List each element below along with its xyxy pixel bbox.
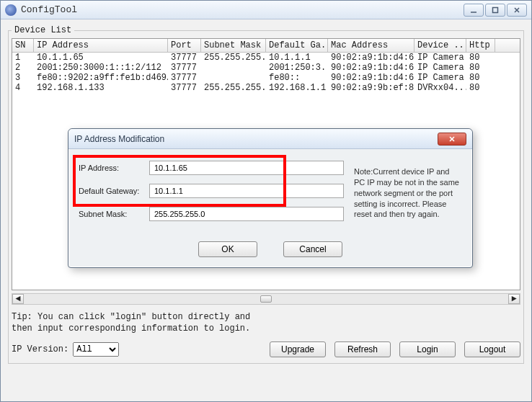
subnet-mask-label: Subnet Mask: — [79, 210, 145, 218]
modal-note: Note:Current device IP and PC IP may be … — [354, 161, 462, 230]
modal-title: IP Address Modification — [74, 134, 164, 144]
cell-sn: 3 — [12, 73, 34, 83]
cell-ip: 10.1.1.65 — [34, 53, 168, 63]
window-controls — [464, 4, 527, 17]
th-port[interactable]: Port — [168, 39, 201, 52]
modal-body: IP Address: Default Gateway: Subnet Mask… — [68, 149, 472, 237]
app-icon — [5, 4, 17, 16]
logout-button[interactable]: Logout — [464, 341, 520, 357]
th-http[interactable]: Http — [466, 39, 495, 52]
scroll-left-icon[interactable]: ◄ — [12, 294, 24, 304]
titlebar[interactable]: ConfigTool — [1, 1, 531, 19]
cell-http: 80 — [466, 53, 495, 63]
th-mask[interactable]: Subnet Mask — [201, 39, 266, 52]
th-mac[interactable]: Mac Address — [328, 39, 414, 52]
login-button[interactable]: Login — [399, 341, 456, 357]
minimize-button[interactable] — [464, 4, 484, 17]
cell-sn: 4 — [12, 83, 34, 93]
table-body: 110.1.1.6537777255.255.255.010.1.1.190:0… — [12, 53, 520, 93]
scroll-thumb[interactable] — [260, 295, 272, 303]
tip-text: Tip: You can click "login" button direct… — [12, 312, 520, 334]
th-sn[interactable]: SN — [12, 39, 34, 52]
ip-address-row: IP Address: — [79, 161, 344, 175]
ip-version-label: IP Version: — [12, 344, 68, 354]
default-gateway-row: Default Gateway: — [79, 184, 344, 198]
modal-button-row: OK Cancel — [68, 237, 472, 267]
th-ip[interactable]: IP Address — [34, 39, 168, 52]
subnet-mask-row: Subnet Mask: — [79, 207, 344, 221]
cell-mask — [201, 63, 266, 73]
ip-address-input[interactable] — [149, 161, 344, 175]
table-row[interactable]: 22001:250:3000:1::1:2/112377772001:250:3… — [12, 63, 520, 73]
cell-ip: 2001:250:3000:1::1:2/112 — [34, 63, 168, 73]
tip-line1: Tip: You can click "login" button direct… — [12, 312, 520, 323]
cell-ip: 192.168.1.133 — [34, 83, 168, 93]
cell-name: IP Camera — [414, 73, 466, 83]
table-row[interactable]: 110.1.1.6537777255.255.255.010.1.1.190:0… — [12, 53, 520, 63]
ip-address-label: IP Address: — [79, 164, 145, 172]
cell-port: 37777 — [168, 83, 201, 93]
ip-modification-dialog: IP Address Modification IP Address: Defa… — [68, 128, 473, 268]
modal-titlebar[interactable]: IP Address Modification — [68, 129, 472, 149]
cell-gw: 2001:250:3... — [266, 63, 328, 73]
cell-http: 80 — [466, 83, 495, 93]
tip-line2: then input corresponding information to … — [12, 323, 520, 335]
table-header: SN IP Address Port Subnet Mask Default G… — [12, 39, 520, 53]
horizontal-scrollbar[interactable]: ◄ ► — [12, 293, 520, 305]
subnet-mask-input[interactable] — [149, 207, 344, 221]
svg-rect-1 — [493, 7, 498, 12]
cell-name: DVRxx04... — [414, 83, 466, 93]
upgrade-button[interactable]: Upgrade — [270, 341, 326, 357]
ip-version-select[interactable]: All — [73, 342, 119, 357]
cell-port: 37777 — [168, 53, 201, 63]
cell-http: 80 — [466, 73, 495, 83]
scroll-track[interactable] — [24, 295, 508, 303]
maximize-button[interactable] — [485, 4, 505, 17]
footer-row: IP Version: All Upgrade Refresh Login Lo… — [12, 341, 520, 357]
refresh-button[interactable]: Refresh — [334, 341, 391, 357]
cell-port: 37777 — [168, 63, 201, 73]
close-button[interactable] — [507, 4, 527, 17]
modal-close-button[interactable] — [438, 133, 466, 146]
scroll-right-icon[interactable]: ► — [508, 294, 520, 304]
cell-name: IP Camera — [414, 53, 466, 63]
cell-mask — [201, 73, 266, 83]
cell-gw: fe80:: — [266, 73, 328, 83]
cell-port: 37777 — [168, 73, 201, 83]
cell-mac: 90:02:a9:1b:d4:69 — [328, 73, 414, 83]
cell-mac: 90:02:a9:1b:d4:69 — [328, 63, 414, 73]
device-list-legend: Device List — [12, 25, 74, 35]
modal-frame: IP Address Modification IP Address: Defa… — [68, 128, 473, 268]
th-gw[interactable]: Default Ga... — [266, 39, 328, 52]
cell-name: IP Camera — [414, 63, 466, 73]
ok-button[interactable]: OK — [198, 241, 257, 257]
default-gateway-label: Default Gateway: — [79, 187, 145, 195]
cell-sn: 2 — [12, 63, 34, 73]
th-name[interactable]: Device ... — [414, 39, 466, 52]
default-gateway-input[interactable] — [149, 184, 344, 198]
cell-ip: fe80::9202:a9ff:fe1b:d469/64 — [34, 73, 168, 83]
cell-mask: 255.255.255.0 — [201, 53, 266, 63]
modal-form: IP Address: Default Gateway: Subnet Mask… — [79, 161, 344, 230]
cell-mask: 255.255.255.0 — [201, 83, 266, 93]
table-row[interactable]: 3fe80::9202:a9ff:fe1b:d469/6437777fe80::… — [12, 73, 520, 83]
cancel-button[interactable]: Cancel — [283, 241, 342, 257]
cell-http: 80 — [466, 63, 495, 73]
table-row[interactable]: 4192.168.1.13337777255.255.255.0192.168.… — [12, 83, 520, 93]
cell-mac: 90:02:a9:9b:ef:85 — [328, 83, 414, 93]
cell-gw: 192.168.1.1 — [266, 83, 328, 93]
cell-gw: 10.1.1.1 — [266, 53, 328, 63]
cell-sn: 1 — [12, 53, 34, 63]
cell-mac: 90:02:a9:1b:d4:69 — [328, 53, 414, 63]
app-title: ConfigTool — [21, 4, 77, 15]
